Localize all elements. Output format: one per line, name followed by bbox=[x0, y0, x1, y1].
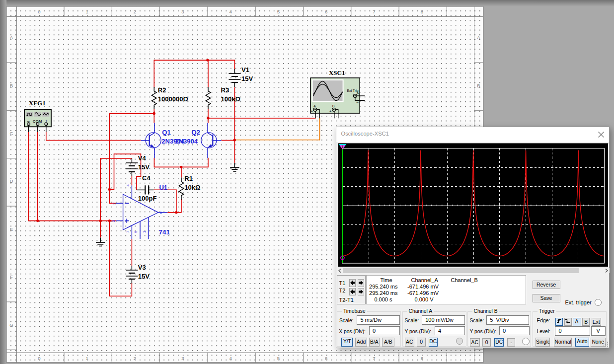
svg-text:1: 1 bbox=[86, 356, 88, 361]
svg-text:Q2: Q2 bbox=[192, 129, 200, 136]
svg-text:4: 4 bbox=[229, 9, 231, 14]
svg-text:D: D bbox=[10, 178, 13, 184]
svg-text:6: 6 bbox=[325, 9, 327, 14]
svg-text:B: B bbox=[332, 104, 335, 108]
svg-text:4: 4 bbox=[229, 356, 231, 361]
svg-text:XSC1: XSC1 bbox=[329, 69, 345, 76]
svg-text:1: 1 bbox=[341, 145, 343, 148]
svg-text:U1: U1 bbox=[159, 184, 167, 191]
svg-text:8: 8 bbox=[421, 356, 423, 361]
svg-text:V3: V3 bbox=[138, 264, 146, 271]
svg-text:A: A bbox=[313, 104, 316, 108]
svg-text:741: 741 bbox=[159, 228, 170, 236]
svg-text:1: 1 bbox=[142, 231, 147, 233]
svg-text:+: + bbox=[310, 109, 313, 114]
svg-text:7: 7 bbox=[373, 356, 375, 361]
svg-text:B: B bbox=[477, 83, 480, 88]
svg-text:3: 3 bbox=[181, 356, 184, 361]
svg-text:+: + bbox=[357, 91, 360, 96]
svg-text:A: A bbox=[10, 35, 13, 40]
svg-text:5: 5 bbox=[134, 231, 138, 233]
svg-text:5: 5 bbox=[277, 9, 280, 14]
svg-text:15V: 15V bbox=[138, 273, 150, 280]
svg-text:1000000Ω: 1000000Ω bbox=[158, 95, 188, 103]
svg-text:+: + bbox=[329, 109, 332, 114]
svg-text:1: 1 bbox=[86, 9, 88, 14]
svg-text:2N3904: 2N3904 bbox=[175, 138, 198, 145]
svg-text:R2: R2 bbox=[158, 86, 166, 94]
svg-text:7: 7 bbox=[126, 231, 130, 233]
svg-text:E: E bbox=[10, 226, 13, 232]
svg-text:XFG1: XFG1 bbox=[29, 99, 46, 107]
svg-text:6: 6 bbox=[160, 211, 162, 215]
svg-text:G: G bbox=[9, 322, 13, 328]
svg-text:7: 7 bbox=[373, 9, 375, 14]
svg-text:R3: R3 bbox=[221, 86, 230, 94]
svg-text:15V: 15V bbox=[138, 163, 150, 171]
svg-text:4: 4 bbox=[126, 184, 130, 186]
svg-text:100pF: 100pF bbox=[138, 195, 157, 202]
svg-text:3: 3 bbox=[181, 9, 184, 14]
svg-text:0: 0 bbox=[38, 9, 40, 14]
svg-text:2: 2 bbox=[112, 203, 116, 205]
svg-text:R1: R1 bbox=[184, 175, 193, 182]
svg-text:B: B bbox=[10, 83, 13, 88]
svg-text:3: 3 bbox=[112, 220, 116, 222]
svg-text:0: 0 bbox=[38, 356, 40, 361]
svg-text:F: F bbox=[10, 274, 13, 280]
svg-text:Q1: Q1 bbox=[162, 129, 170, 136]
svg-text:A: A bbox=[477, 35, 480, 40]
svg-text:8: 8 bbox=[421, 9, 423, 14]
svg-text:6: 6 bbox=[325, 356, 327, 361]
svg-text:C: C bbox=[10, 131, 13, 136]
svg-text:15V: 15V bbox=[241, 75, 253, 82]
svg-text:100kΩ: 100kΩ bbox=[221, 95, 240, 103]
svg-text:V1: V1 bbox=[241, 66, 249, 73]
svg-text:5: 5 bbox=[277, 356, 280, 361]
svg-text:2: 2 bbox=[134, 9, 136, 14]
svg-text:C4: C4 bbox=[142, 174, 151, 182]
svg-text:V4: V4 bbox=[138, 154, 147, 162]
svg-text:2: 2 bbox=[134, 356, 136, 361]
svg-text:10kΩ: 10kΩ bbox=[184, 184, 200, 191]
